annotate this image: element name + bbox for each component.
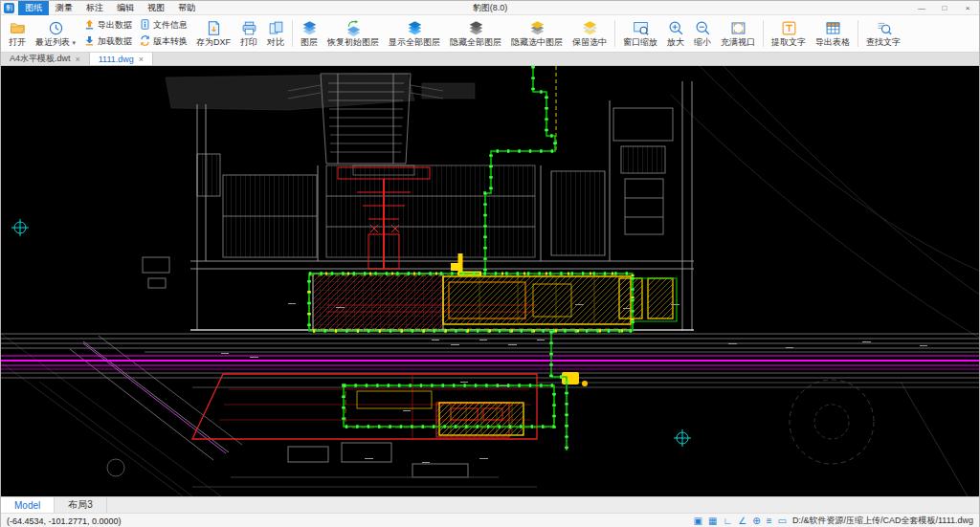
menu-item-annotate[interactable]: 标注 — [79, 1, 110, 15]
export-data-button[interactable]: 导出数据 — [84, 19, 132, 32]
load-data-icon — [84, 35, 95, 48]
layers-icon — [301, 20, 318, 36]
menu-item-edit[interactable]: 编辑 — [110, 1, 141, 15]
toolbar-separator — [763, 20, 764, 47]
button-label: 对比 — [267, 37, 284, 47]
print-icon — [241, 20, 257, 36]
snap-icon[interactable]: ▣ — [694, 516, 702, 526]
button-label: 加载数据 — [98, 35, 132, 48]
hide-selected-layers-button[interactable]: 隐藏选中图层 — [506, 16, 568, 51]
doc-tab-a4-template[interactable]: A4水平模板.dwt × — [1, 53, 90, 65]
find-text-icon — [876, 20, 892, 36]
fit-viewport-icon — [730, 20, 746, 36]
toolbar-separator — [858, 20, 858, 47]
file-path: D:/&软件资源/压缩上传/CAD全套模板/1111.dwg — [792, 515, 973, 527]
roads — [70, 81, 694, 460]
ortho-icon[interactable]: ∟ — [724, 516, 733, 526]
window-controls: — □ × — [910, 1, 979, 14]
button-label: 查找文字 — [866, 37, 901, 47]
show-all-layers-icon — [407, 20, 423, 36]
layout-tab-layout3[interactable]: 布局3 — [55, 497, 107, 513]
green-boundary — [309, 66, 677, 450]
doc-tab-label: 1111.dwg — [99, 55, 134, 64]
button-label: 显示全部图层 — [389, 37, 440, 47]
toolbar-separator — [614, 20, 615, 47]
export-table-button[interactable]: 导出表格 — [811, 16, 855, 51]
polar-icon[interactable]: ∠ — [738, 516, 746, 526]
fullscreen-icon[interactable]: ▭ — [778, 516, 787, 526]
recent-list-icon — [48, 20, 64, 36]
export-data-icon — [84, 19, 95, 32]
button-label: 最近列表 ▾ — [35, 37, 76, 48]
zoom-in-button[interactable]: 放大 — [662, 16, 689, 51]
button-label: 导出数据 — [98, 19, 132, 32]
button-label: 恢复初始图层 — [327, 37, 379, 47]
load-data-button[interactable]: 加载数据 — [84, 35, 132, 48]
hide-selected-layers-icon — [529, 20, 546, 36]
button-label: 导出表格 — [815, 37, 850, 47]
zoom-in-icon — [668, 20, 684, 36]
app-logo-icon: 豹 — [4, 3, 14, 13]
station-buildings — [313, 274, 673, 435]
zoom-out-icon — [695, 20, 711, 36]
button-label: 放大 — [667, 37, 684, 47]
menu-item-help[interactable]: 帮助 — [171, 1, 202, 15]
button-label: 版本转换 — [153, 35, 188, 48]
show-all-layers-button[interactable]: 显示全部图层 — [384, 16, 445, 51]
osnap-icon[interactable]: ⊕ — [752, 516, 760, 526]
compare-icon — [268, 20, 284, 36]
window-zoom-button[interactable]: 窗口缩放 — [618, 16, 662, 51]
close-tab-icon[interactable]: × — [76, 55, 80, 64]
version-convert-icon — [140, 35, 150, 48]
version-convert-button[interactable]: 版本转换 — [140, 35, 188, 48]
ribbon-toolbar: 打开 最近列表 ▾ 导出数据 加载数据 文件信息 版本转换 — [1, 15, 979, 53]
restore-initial-layers-button[interactable]: 恢复初始图层 — [323, 16, 384, 51]
button-label: 隐藏全部图层 — [450, 37, 501, 47]
grid-icon[interactable]: ▦ — [708, 516, 717, 526]
button-label: 充满视口 — [721, 37, 755, 47]
close-button[interactable]: × — [956, 1, 979, 14]
fit-viewport-button[interactable]: 充满视口 — [716, 16, 760, 51]
zoom-out-button[interactable]: 缩小 — [689, 16, 716, 51]
button-label: 图层 — [301, 37, 318, 47]
menu-item-drawing[interactable]: 图纸 — [18, 1, 49, 15]
find-text-button[interactable]: 查找文字 — [861, 16, 905, 51]
window-zoom-icon — [633, 20, 649, 36]
document-tab-bar: A4水平模板.dwt × 1111.dwg × — [1, 53, 979, 66]
keep-selected-button[interactable]: 保留选中 — [568, 16, 612, 51]
chevron-down-icon: ▾ — [73, 39, 77, 46]
lineweight-icon[interactable]: ≡ — [767, 516, 772, 526]
extract-text-button[interactable]: 提取文字 — [767, 16, 811, 51]
cursor-coordinates: (-64.4534, -101.2771, 0.0000) — [7, 516, 122, 526]
minimize-button[interactable]: — — [910, 1, 933, 14]
layers-button[interactable]: 图层 — [296, 16, 323, 51]
save-as-dxf-button[interactable]: 存为DXF — [191, 16, 235, 51]
vegetation-band — [166, 74, 475, 110]
button-label: 打开 — [9, 37, 26, 47]
compare-button[interactable]: 对比 — [262, 16, 289, 51]
open-button[interactable]: 打开 — [4, 16, 31, 51]
hide-all-layers-button[interactable]: 隐藏全部图层 — [445, 16, 506, 51]
button-label: 缩小 — [694, 37, 711, 47]
menu-item-view[interactable]: 视图 — [141, 1, 171, 15]
recent-list-button[interactable]: 最近列表 ▾ — [31, 16, 80, 51]
button-label: 提取文字 — [771, 37, 806, 47]
menu-item-measure[interactable]: 测量 — [49, 1, 79, 15]
layout-tab-model[interactable]: Model — [1, 497, 55, 513]
doc-tab-label: A4水平模板.dwt — [10, 53, 71, 65]
button-label: 保留选中 — [572, 37, 607, 47]
button-label: 存为DXF — [196, 37, 231, 47]
close-tab-icon[interactable]: × — [139, 55, 144, 64]
toolbar-separator — [292, 20, 293, 47]
button-label: 窗口缩放 — [623, 37, 657, 47]
file-info-button[interactable]: 文件信息 — [140, 19, 188, 32]
status-right-group: ▣ ▦ ∟ ∠ ⊕ ≡ ▭ D:/&软件资源/压缩上传/CAD全套模板/1111… — [694, 515, 973, 527]
file-info-icon — [140, 19, 150, 32]
layout-tab-bar: Model 布局3 — [1, 496, 979, 513]
maximize-button[interactable]: □ — [933, 1, 956, 14]
drawing-canvas[interactable] — [1, 66, 979, 496]
hide-all-layers-icon — [468, 20, 484, 36]
print-button[interactable]: 打印 — [235, 16, 262, 51]
doc-tab-1111-dwg[interactable]: 1111.dwg × — [90, 53, 153, 65]
button-label: 隐藏选中图层 — [511, 37, 563, 47]
